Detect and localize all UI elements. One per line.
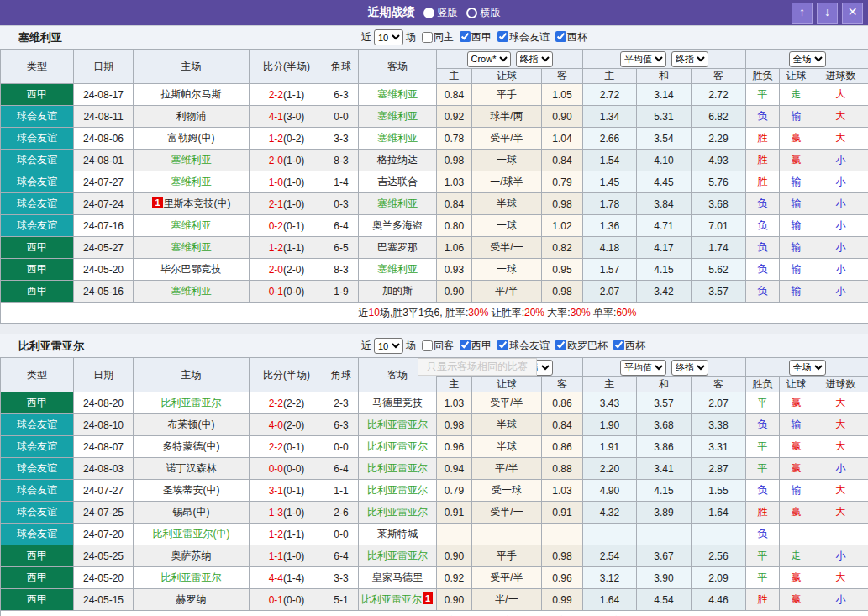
away-team: 塞维利亚: [359, 193, 437, 215]
odds-source-select[interactable]: Crow*: [467, 51, 511, 67]
team-name: 圣埃蒂安(中): [163, 484, 220, 496]
corner-score: 6-4: [324, 545, 359, 567]
league-badge: 球会友谊: [1, 414, 74, 436]
handicap-home-odds: 0.98: [437, 150, 472, 171]
result-goals: 小: [813, 259, 868, 281]
team-name: 比利亚雷亚尔: [161, 397, 222, 408]
league-checkbox[interactable]: [497, 31, 508, 42]
scope-select[interactable]: 全场: [789, 360, 826, 376]
move-up-button[interactable]: ↑: [792, 3, 813, 24]
result-wdl: 负: [746, 480, 780, 502]
final-index-select[interactable]: 终指: [516, 51, 553, 67]
away-team: 塞维利亚: [359, 106, 437, 128]
team-name: 塞维利亚: [171, 154, 212, 166]
europe-draw-odds: 3.42: [637, 281, 692, 303]
match-date: 24-08-20: [74, 392, 134, 414]
summary-row: 近10场,胜2平5负3, 胜率:20% 让胜率:66.7% 大率:66.7% 单…: [1, 611, 868, 616]
match-row: 球会友谊24-07-25锡昂(中)1-3(1-0)2-6比利亚雷亚尔0.91受半…: [1, 502, 868, 524]
handicap-away-odds: 0.84: [542, 150, 583, 171]
team-name: 塞维利亚: [377, 132, 418, 144]
result-wdl: 负: [746, 215, 780, 237]
league-badge: 球会友谊: [1, 502, 74, 524]
match-date: 24-07-27: [74, 480, 134, 502]
same-venue-label: 同主: [434, 30, 454, 45]
scope-select[interactable]: 全场: [789, 51, 826, 67]
away-team: 皇家马德里: [359, 567, 437, 589]
final-index-select-2[interactable]: 终指: [671, 51, 708, 67]
match-count-select[interactable]: 10: [374, 338, 403, 354]
handicap-home-odds: 0.96: [437, 436, 472, 458]
match-row: 西甲24-05-27塞维利亚1-2(1-1)6-5巴塞罗那1.06受半/一0.8…: [1, 237, 868, 259]
home-team: 富勒姆(中): [134, 128, 250, 150]
home-team: 锡昂(中): [134, 502, 250, 524]
layout-horizontal-label: 横版: [481, 6, 501, 20]
europe-home-odds: 1.91: [583, 436, 637, 458]
result-handicap: 赢: [780, 458, 813, 480]
handicap-line: 半/一: [472, 589, 542, 611]
layout-radio-vertical[interactable]: 竖版: [423, 6, 458, 20]
games-label: 场: [406, 30, 416, 45]
europe-draw-odds: 4.45: [637, 171, 692, 193]
league-checkbox[interactable]: [460, 31, 471, 42]
league-checkbox[interactable]: [460, 340, 471, 350]
europe-odds-group-header: 平均值 终指: [583, 358, 746, 377]
same-venue-checkbox[interactable]: [422, 340, 433, 351]
result-handicap: 输: [780, 171, 813, 193]
subcolumn-header: 客: [692, 377, 746, 392]
halftime-score: (0-1): [283, 485, 304, 497]
handicap-line: 受平/半: [472, 128, 542, 150]
close-button[interactable]: ✕: [842, 3, 863, 24]
handicap-line: 受平/半: [472, 567, 542, 589]
home-team: 塞维利亚: [134, 150, 250, 171]
match-row: 球会友谊24-08-07多特蒙德(中)2-2(0-1)0-0比利亚雷亚尔0.96…: [1, 436, 868, 458]
fulltime-score: 2-0: [269, 264, 283, 276]
result-goals: 小: [813, 215, 868, 237]
league-checkbox[interactable]: [613, 340, 624, 350]
europe-draw-odds: 3.14: [637, 84, 692, 106]
layout-radio-horizontal[interactable]: 横版: [466, 6, 501, 20]
match-score: 1-2(1-1): [250, 524, 324, 545]
league-checkbox[interactable]: [555, 340, 566, 350]
handicap-away-odds: 0.90: [542, 106, 583, 128]
same-venue-checkbox[interactable]: [422, 32, 433, 43]
home-team: 比利亚雷亚尔: [134, 392, 250, 414]
match-row: 球会友谊24-08-06富勒姆(中)1-2(0-2)3-3塞维利亚0.78受平/…: [1, 128, 868, 150]
result-wdl: 胜: [746, 171, 780, 193]
average-select[interactable]: 平均值: [620, 360, 666, 376]
summary-row: 近10场,胜3平1负6, 胜率:30% 让胜率:20% 大率:30% 单率:60…: [1, 303, 868, 324]
league-checkbox[interactable]: [555, 31, 566, 42]
handicap-line: 受半/一: [472, 502, 542, 524]
subcolumn-header: 主: [437, 69, 472, 84]
away-team: 比利亚雷亚尔1: [359, 589, 437, 611]
home-team: 利物浦: [134, 106, 250, 128]
away-team: 塞维利亚: [359, 84, 437, 106]
result-goals: 大: [813, 480, 868, 502]
halftime-score: (0-1): [283, 441, 304, 453]
team-name: 比利亚雷亚尔: [161, 571, 222, 583]
europe-home-odds: [583, 524, 637, 545]
corner-score: 2-6: [324, 502, 359, 524]
subcolumn-header: 客: [542, 69, 583, 84]
europe-home-odds: 4.18: [583, 237, 637, 259]
fulltime-score: 0-1: [269, 594, 283, 606]
halftime-score: (1-1): [283, 529, 304, 540]
average-select[interactable]: 平均值: [620, 51, 666, 67]
match-row: 西甲24-05-15赫罗纳0-1(0-0)5-1比利亚雷亚尔10.90半/一0.…: [1, 589, 868, 611]
league-badge: 球会友谊: [1, 436, 74, 458]
handicap-home-odds: 1.03: [437, 171, 472, 193]
fulltime-score: 0-1: [269, 286, 283, 297]
subcolumn-header: 让球: [472, 69, 542, 84]
match-score: 1-2(1-1): [250, 237, 324, 259]
corner-score: 2-3: [324, 392, 359, 414]
fulltime-score: 1-1: [269, 550, 283, 562]
match-count-select[interactable]: 10: [374, 29, 403, 45]
europe-draw-odds: 3.90: [637, 567, 692, 589]
final-index-select-2[interactable]: 终指: [671, 360, 708, 376]
move-down-button[interactable]: ↓: [817, 3, 838, 24]
handicap-line: 受半/一: [472, 237, 542, 259]
handicap-home-odds: 0.79: [437, 480, 472, 502]
league-badge: 西甲: [1, 281, 74, 303]
fulltime-score: 4-1: [269, 111, 283, 123]
league-checkbox[interactable]: [497, 340, 508, 350]
league-filter: 西杯: [608, 340, 645, 351]
